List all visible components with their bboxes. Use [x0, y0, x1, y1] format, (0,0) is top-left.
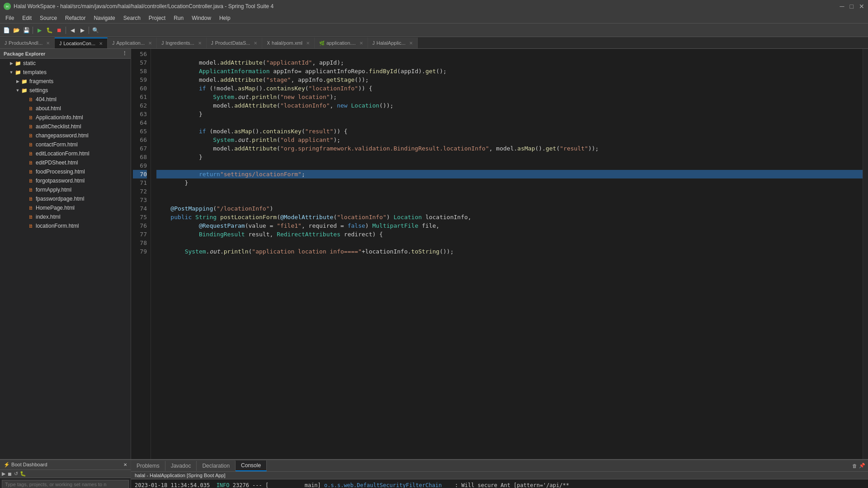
boot-dashboard-menu[interactable]: ✕: [123, 462, 127, 467]
toolbar-open[interactable]: 📂: [12, 26, 21, 35]
menu-search[interactable]: Search: [120, 14, 144, 22]
tree-label-settings: settings: [29, 87, 48, 94]
code-line-60: if (!model.asMap().containsKey("location…: [156, 84, 863, 93]
tree-item-formapply[interactable]: 🗎 formApply.html: [0, 185, 131, 194]
tree-item-locationform[interactable]: 🗎 locationForm.html: [0, 221, 131, 230]
tab-close-application[interactable]: ✕: [148, 41, 152, 46]
toolbar-back[interactable]: ◀: [68, 26, 77, 35]
tree-item-editlocationform[interactable]: 🗎 editLocationForm.html: [0, 149, 131, 158]
boot-search-input[interactable]: [2, 480, 129, 488]
close-button[interactable]: ✕: [859, 3, 864, 10]
tree-item-auditchecklist[interactable]: 🗎 auditChecklist.html: [0, 122, 131, 131]
tab-close-locationcon[interactable]: ✕: [99, 41, 103, 46]
bottom-tab-declaration[interactable]: Declaration: [197, 461, 236, 471]
boot-start-btn[interactable]: ▶: [2, 471, 5, 477]
folder-icon-templates: 📁: [14, 69, 22, 76]
code-line-59: model.addAttribute("stage", appInfo.getS…: [156, 75, 863, 84]
menu-file[interactable]: File: [2, 14, 18, 22]
console-pin-btn[interactable]: 📌: [859, 463, 865, 469]
menu-refactor[interactable]: Refactor: [61, 14, 89, 22]
console-output[interactable]: 2023-01-18 11:34:54.035 INFO 23276 --- […: [131, 479, 868, 488]
tree-item-changepassword[interactable]: 🗎 changepassword.html: [0, 131, 131, 140]
tree-label-changepassword: changepassword.html: [36, 132, 89, 139]
minimize-button[interactable]: ─: [840, 3, 844, 10]
menu-window[interactable]: Window: [188, 14, 215, 22]
toolbar-debug[interactable]: 🐛: [45, 26, 54, 35]
sidebar-header: Package Explorer ⋮: [0, 49, 131, 59]
tab-close-ingredients[interactable]: ✕: [198, 41, 202, 46]
toolbar-stop[interactable]: ⏹: [55, 26, 64, 35]
tab-close-pomxml[interactable]: ✕: [306, 41, 310, 46]
sidebar-menu[interactable]: ⋮: [122, 51, 127, 56]
bottom-tabs: Problems Javadoc Declaration Console 🗑 📌: [131, 460, 868, 472]
code-line-76: @RequestParam(value = "file1", required …: [156, 221, 863, 230]
tree-label-homepage: HomePage.html: [36, 205, 75, 211]
tab-close-halalapplication[interactable]: ✕: [409, 41, 413, 46]
editor-vertical-scrollbar[interactable]: [863, 49, 868, 459]
tab-ingredients[interactable]: J Ingredients... ✕: [157, 38, 207, 48]
tree-label-static: static: [23, 60, 36, 66]
tree-item-settings[interactable]: ▼ 📁 settings: [0, 86, 131, 95]
tree-label-templates: templates: [23, 69, 47, 75]
code-text[interactable]: model.addAttribute("applicantId", appId)…: [151, 49, 863, 459]
menu-navigate[interactable]: Navigate: [90, 14, 118, 22]
menu-run[interactable]: Run: [170, 14, 187, 22]
tab-halalapplication[interactable]: J HalalApplic... ✕: [368, 38, 418, 48]
menu-edit[interactable]: Edit: [19, 14, 35, 22]
code-line-68: }: [156, 153, 863, 161]
tab-close-productdata[interactable]: ✕: [254, 41, 257, 46]
tab-close-appprops[interactable]: ✕: [359, 41, 363, 46]
toolbar-search[interactable]: 🔍: [91, 26, 100, 35]
file-icon-about: 🗎: [27, 105, 34, 112]
tree-item-homepage[interactable]: 🗎 HomePage.html: [0, 203, 131, 212]
tab-icon-application: J: [112, 41, 114, 46]
toolbar-save[interactable]: 💾: [22, 26, 31, 35]
tree-item-fpasswordpage[interactable]: 🗎 fpasswordpage.html: [0, 194, 131, 203]
tree-item-templates[interactable]: ▼ 📁 templates: [0, 68, 131, 77]
tab-icon-productdata: J: [211, 41, 213, 46]
toolbar-forward[interactable]: ▶: [78, 26, 87, 35]
tree-item-static[interactable]: ▶ 📁 static: [0, 59, 131, 68]
boot-restart-btn[interactable]: ↺: [14, 471, 18, 477]
maximize-button[interactable]: □: [850, 3, 854, 10]
file-icon-foodprocessing: 🗎: [27, 168, 34, 175]
console-clear-btn[interactable]: 🗑: [852, 463, 857, 469]
boot-search-container: [2, 480, 129, 488]
tree-item-contactform[interactable]: 🗎 contactForm.html: [0, 140, 131, 149]
tree-item-editpdsheet[interactable]: 🗎 editPDSheet.html: [0, 158, 131, 167]
tab-appprops[interactable]: 🌿 application.... ✕: [315, 38, 368, 48]
tab-icon-locationcon: J: [59, 41, 61, 46]
code-line-62: model.addAttribute("locationInfo", new L…: [156, 101, 863, 110]
window-title: Halal WorkSpace - halal/src/main/java/co…: [14, 3, 274, 9]
line-numbers: 5657585960 6162636465 6667686970 7172737…: [131, 49, 151, 459]
tree-item-fragments[interactable]: ▶ 📁 fragments: [0, 77, 131, 86]
boot-stop-btn[interactable]: ⏹: [7, 471, 12, 477]
tab-icon-pomxml: X: [267, 41, 270, 46]
bottom-tab-problems[interactable]: Problems: [131, 461, 165, 471]
tab-productdata[interactable]: J ProductDataS... ✕: [207, 38, 263, 48]
boot-dashboard: ⚡ Boot Dashboard ✕ ▶ ⏹ ↺ 🐛 ▶ local 1: [0, 460, 131, 488]
sidebar-tree[interactable]: ▶ 📁 static ▼ 📁 templates ▶ 📁 fragments: [0, 59, 131, 459]
tab-pomxml[interactable]: X halal/pom.xml ✕: [262, 38, 315, 48]
file-icon-forgotpassword: 🗎: [27, 177, 34, 184]
tab-application[interactable]: J Application... ✕: [108, 38, 157, 48]
tree-item-404[interactable]: 🗎 404.html: [0, 95, 131, 104]
menu-project[interactable]: Project: [145, 14, 169, 22]
bottom-tab-javadoc[interactable]: Javadoc: [165, 461, 197, 471]
menu-help[interactable]: Help: [216, 14, 234, 22]
tree-item-index[interactable]: 🗎 index.html: [0, 212, 131, 221]
tab-close-productsandi[interactable]: ✕: [46, 41, 50, 46]
tree-item-foodprocessing[interactable]: 🗎 foodProcessing.html: [0, 167, 131, 176]
tab-productsandi[interactable]: J ProductsAndI... ✕: [0, 38, 55, 48]
bottom-tab-console[interactable]: Console: [236, 460, 267, 471]
tree-item-about[interactable]: 🗎 about.html: [0, 104, 131, 113]
menu-source[interactable]: Source: [36, 14, 61, 22]
tree-label-foodprocessing: foodProcessing.html: [36, 169, 85, 175]
tree-item-appinfo[interactable]: 🗎 ApplicationInfo.html: [0, 113, 131, 122]
toolbar-new[interactable]: 📄: [2, 26, 11, 35]
tab-locationcon[interactable]: J LocationCon... ✕: [55, 38, 108, 48]
boot-debug-btn[interactable]: 🐛: [20, 471, 26, 477]
code-line-70: return"settings/locationForm";: [156, 170, 863, 178]
tree-item-forgotpassword[interactable]: 🗎 forgotpassword.html: [0, 176, 131, 185]
toolbar-run[interactable]: ▶: [35, 26, 44, 35]
